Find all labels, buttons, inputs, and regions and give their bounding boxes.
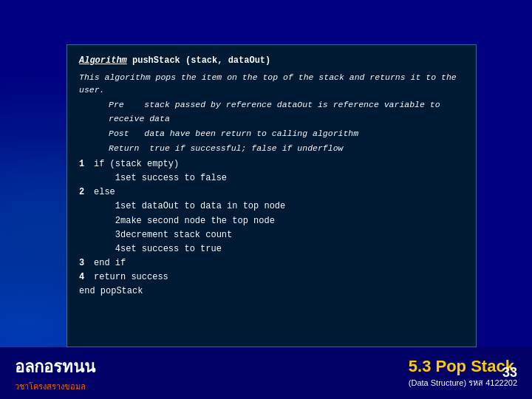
line2-sub1-num: 1 bbox=[79, 200, 120, 214]
bottom-right: 5.3 Pop Stack (Data Structure) รหส 41222… bbox=[409, 357, 517, 389]
line2-num: 2 bbox=[79, 185, 94, 200]
pre-block: Pre stack passed by reference dataOut is… bbox=[79, 98, 464, 126]
line4-text: return success bbox=[94, 270, 168, 284]
algo-title-line: Algorithm pushStack (stack, dataOut) bbox=[79, 54, 464, 68]
page-number: 33 bbox=[502, 365, 517, 381]
return-label: Return bbox=[109, 143, 139, 153]
line2-sub1-text: set dataOut to data in top node bbox=[120, 200, 285, 214]
code-line-2-3: 3 decrement stack count bbox=[79, 228, 464, 242]
code-panel: Algorithm pushStack (stack, dataOut) Thi… bbox=[66, 44, 477, 347]
code-line-2-2: 2 make second node the top node bbox=[79, 214, 464, 228]
code-line-2-4: 4 set success to true bbox=[79, 242, 464, 256]
algo-keyword: Algorithm bbox=[79, 55, 127, 66]
line2-sub3-text: decrement stack count bbox=[120, 228, 232, 242]
post-label: Post bbox=[109, 129, 129, 138]
bottom-left: อลกอรทนน วชาโครงสรางขอมล bbox=[15, 354, 95, 393]
post-block: Post data have been return to calling al… bbox=[79, 127, 464, 140]
line2-sub2-num: 2 bbox=[79, 214, 120, 228]
pre-text: stack passed by reference dataOut is ref… bbox=[109, 100, 440, 123]
post-text: data have been return to calling algorit… bbox=[144, 129, 358, 138]
line1-text: if (stack empty) bbox=[94, 157, 179, 171]
line1-sub1-text: set success to false bbox=[120, 171, 227, 185]
code-end-line: end popStack bbox=[79, 284, 464, 299]
pre-label: Pre bbox=[109, 100, 124, 109]
thai-title: อลกอรทนน bbox=[15, 354, 95, 380]
line2-sub4-text: set success to true bbox=[120, 242, 222, 256]
line2-sub4-num: 4 bbox=[79, 242, 120, 256]
code-area: Algorithm pushStack (stack, dataOut) Thi… bbox=[79, 54, 464, 299]
end-text: end popStack bbox=[79, 284, 143, 299]
return-text: true if successful; false if underflow bbox=[149, 143, 343, 153]
line3-num: 3 bbox=[79, 256, 94, 270]
algo-description: This algorithm pops the item on the top … bbox=[79, 71, 464, 98]
algo-name: pushStack (stack, dataOut) bbox=[127, 55, 270, 66]
code-line-4: 4 return success bbox=[79, 270, 464, 284]
code-line-3: 3 end if bbox=[79, 256, 464, 270]
code-line-2-1: 1 set dataOut to data in top node bbox=[79, 200, 464, 214]
bottom-bar: อลกอรทนน วชาโครงสรางขอมล 5.3 Pop Stack (… bbox=[0, 347, 532, 399]
line3-text: end if bbox=[94, 256, 126, 270]
line4-num: 4 bbox=[79, 270, 94, 284]
line1-sub1-num: 1 bbox=[79, 171, 120, 185]
line1-num: 1 bbox=[79, 157, 94, 171]
line2-text: else bbox=[94, 185, 115, 200]
line2-sub3-num: 3 bbox=[79, 228, 120, 242]
section-title: 5.3 Pop Stack bbox=[409, 357, 514, 376]
code-line-1: 1 if (stack empty) bbox=[79, 157, 464, 171]
course-info: (Data Structure) รหส 4122202 bbox=[409, 376, 517, 389]
return-block: Return true if successful; false if unde… bbox=[79, 142, 464, 155]
thai-subtitle: วชาโครงสรางขอมล bbox=[15, 380, 86, 393]
code-line-2: 2 else bbox=[79, 185, 464, 200]
line2-sub2-text: make second node the top node bbox=[120, 214, 275, 228]
code-line-1-1: 1 set success to false bbox=[79, 171, 464, 185]
